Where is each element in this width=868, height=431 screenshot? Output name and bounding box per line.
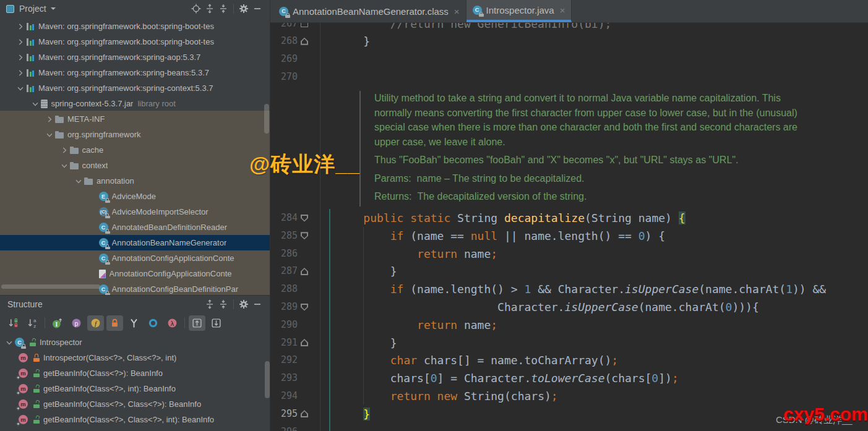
collapse-all-icon[interactable] xyxy=(217,298,230,310)
javadoc-line: Utility method to take a string and conv… xyxy=(374,91,797,106)
line-number: 296 xyxy=(270,423,298,431)
code-line[interactable]: if (name.length() > 1 && Character.isUpp… xyxy=(337,280,826,298)
hide-panel-icon[interactable] xyxy=(251,298,264,310)
code-line[interactable]: Character.isUpperCase(name.charAt(0))){ xyxy=(337,298,759,316)
code-line[interactable]: if (name == null || name.length() == 0) … xyxy=(337,227,665,245)
close-icon[interactable]: × xyxy=(560,5,565,15)
locate-icon[interactable] xyxy=(189,2,203,15)
chevron-right-icon[interactable] xyxy=(15,53,26,62)
code-line[interactable]: } xyxy=(337,405,370,423)
line-number: 284 xyxy=(270,209,298,227)
public-visibility-icon xyxy=(33,369,40,377)
show-anonymous-classes-button[interactable] xyxy=(126,315,142,331)
project-horizontal-scrollbar[interactable] xyxy=(1,284,100,289)
tree-item-label: Maven: org.springframework:spring-aop:5.… xyxy=(38,53,200,62)
project-tree-item[interactable]: CAnnotationConfigApplicationConte xyxy=(0,250,270,266)
chevron-down-icon[interactable] xyxy=(44,130,55,140)
show-inherited-button[interactable]: I xyxy=(49,315,66,331)
fold-arrow-icon[interactable] xyxy=(301,232,308,239)
params-text: name – The string to be decapitalized. xyxy=(417,173,585,184)
group-methods-button[interactable] xyxy=(145,315,161,331)
code-line[interactable]: } xyxy=(337,334,397,352)
structure-item-label: getBeanInfo(Class<?>, int): BeanInfo xyxy=(43,384,176,393)
show-lambdas-button[interactable]: λ xyxy=(164,315,181,331)
tree-item-label: META-INF xyxy=(67,114,105,124)
project-tree-item[interactable]: spring-context-5.3.7.jarlibrary root xyxy=(0,96,270,111)
chevron-down-icon[interactable] xyxy=(59,161,70,171)
structure-tree-item[interactable]: mgetBeanInfo(Class<?>, Class<?>, int): B… xyxy=(0,412,270,427)
settings-gear-icon[interactable] xyxy=(237,298,251,310)
code-line[interactable]: } xyxy=(337,262,397,280)
project-tree-item[interactable]: annotation xyxy=(0,173,270,189)
code-line[interactable]: return name; xyxy=(337,245,497,263)
editor-tab-inactive[interactable]: CAnnotationBeanNameGenerator.class× xyxy=(273,0,466,22)
expand-all-icon[interactable] xyxy=(203,2,217,15)
project-tree-item[interactable]: Maven: org.springframework:spring-beans:… xyxy=(0,65,270,80)
code-line[interactable]: chars[0] = Character.toLowerCase(chars[0… xyxy=(337,369,679,387)
settings-gear-icon[interactable] xyxy=(237,2,251,15)
autoscroll-to-source-button[interactable] xyxy=(189,315,205,331)
project-tree-item[interactable]: context xyxy=(0,158,270,173)
code-line[interactable]: public static String decapitalize(String… xyxy=(337,209,685,227)
project-tree-item[interactable]: Maven: org.springframework:spring-contex… xyxy=(0,80,270,96)
project-tree-item[interactable]: cache xyxy=(0,142,270,158)
read-only-lock-icon xyxy=(285,13,290,18)
autoscroll-from-source-button[interactable] xyxy=(208,315,225,331)
project-tree-item[interactable]: Maven: org.springframework.boot:spring-b… xyxy=(0,34,270,49)
show-non-public-button[interactable] xyxy=(106,315,123,331)
show-fields-button[interactable]: f xyxy=(87,315,104,331)
chevron-down-icon[interactable] xyxy=(30,99,41,109)
chevron-down-icon[interactable] xyxy=(4,338,15,348)
chevron-spacer xyxy=(88,238,99,248)
chevron-down-icon[interactable] xyxy=(51,7,56,10)
chevron-right-icon[interactable] xyxy=(59,145,70,155)
project-tree-item[interactable]: org.springframework xyxy=(0,127,270,142)
sort-by-visibility-button[interactable] xyxy=(5,315,22,331)
expand-all-icon[interactable] xyxy=(203,298,217,310)
code-line[interactable]: } xyxy=(337,32,370,50)
fold-arrow-icon[interactable] xyxy=(301,38,308,45)
hide-panel-icon[interactable] xyxy=(251,2,264,15)
package-private-visibility-icon xyxy=(33,354,40,362)
project-tree-item[interactable]: CAnnotatedBeanDefinitionReader xyxy=(0,220,270,235)
public-visibility-icon xyxy=(33,416,40,424)
project-tree-item[interactable]: CAnnotationBeanNameGenerator xyxy=(0,235,270,250)
editor-tab-active[interactable]: CIntrospector.java× xyxy=(466,0,572,22)
structure-vertical-scrollbar[interactable] xyxy=(265,361,270,398)
project-panel-header: Project xyxy=(0,0,270,17)
project-tree-item[interactable]: (C)AdviceModeImportSelector xyxy=(0,204,270,220)
sort-alphabetically-button[interactable]: az xyxy=(24,315,41,331)
ide-window: Project Maven: org.springframework.boot:… xyxy=(0,0,868,431)
fold-arrow-icon[interactable] xyxy=(301,268,308,275)
fold-arrow-icon[interactable] xyxy=(301,304,308,311)
structure-tree-item[interactable]: mgetBeanInfo(Class<?>, Class<?>): BeanIn… xyxy=(0,396,270,412)
fold-arrow-icon[interactable] xyxy=(301,215,308,222)
project-tree-item[interactable]: Maven: org.springframework.boot:spring-b… xyxy=(0,19,270,34)
chevron-down-icon[interactable] xyxy=(73,176,84,186)
chevron-right-icon[interactable] xyxy=(44,114,55,124)
class-icon: C xyxy=(279,7,288,16)
fold-arrow-icon[interactable] xyxy=(301,339,308,346)
tree-item-label: AnnotationConfigBeanDefinitionPar xyxy=(112,284,239,294)
collapse-all-icon[interactable] xyxy=(217,2,230,15)
structure-tree-item[interactable]: mgetBeanInfo(Class<?>, int): BeanInfo xyxy=(0,381,270,396)
code-line[interactable]: char chars[] = name.toCharArray(); xyxy=(337,351,618,369)
structure-tree-item[interactable]: CIntrospector xyxy=(0,335,270,350)
code-editor[interactable]: Utility method to take a string and conv… xyxy=(270,0,868,431)
project-tree-item[interactable]: EAdviceMode xyxy=(0,189,270,204)
code-line[interactable]: return new String(chars); xyxy=(337,387,558,405)
fold-arrow-icon[interactable] xyxy=(301,410,308,417)
chevron-right-icon[interactable] xyxy=(15,37,26,47)
chevron-down-icon[interactable] xyxy=(15,83,26,93)
project-tree-item[interactable]: META-INF xyxy=(0,111,270,127)
project-vertical-scrollbar[interactable] xyxy=(264,104,269,134)
show-properties-button[interactable]: p xyxy=(68,315,85,331)
project-tree-item[interactable]: Maven: org.springframework:spring-aop:5.… xyxy=(0,49,270,65)
code-line[interactable]: return name; xyxy=(337,316,497,334)
project-tree-item[interactable]: AnnotationConfigApplicationConte xyxy=(0,266,270,281)
close-icon[interactable]: × xyxy=(454,6,460,17)
chevron-right-icon[interactable] xyxy=(15,22,26,32)
structure-tree-item[interactable]: mgetBeanInfo(Class<?>): BeanInfo xyxy=(0,365,270,381)
structure-tree-item[interactable]: mIntrospector(Class<?>, Class<?>, int) xyxy=(0,350,270,365)
chevron-right-icon[interactable] xyxy=(15,68,26,78)
